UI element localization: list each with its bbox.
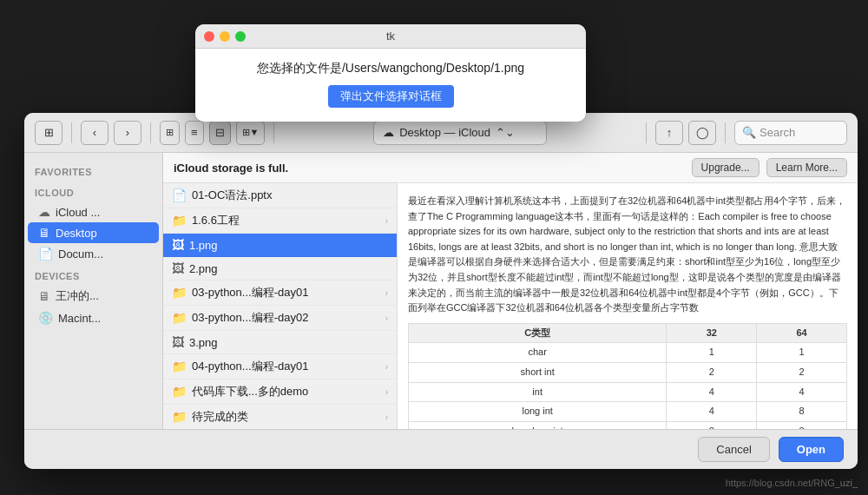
toolbar-separator-5: [725, 122, 726, 143]
file-item[interactable]: 🖼2.png: [163, 257, 397, 280]
table-cell: 1: [757, 343, 847, 363]
file-name: 1.6.6工程: [192, 213, 375, 228]
table-cell: 4: [757, 382, 847, 402]
tk-window-title: tk: [386, 30, 395, 43]
sidebar-section-devices: Devices: [24, 264, 162, 285]
table-cell: 4: [667, 402, 757, 422]
table-header-32: 32: [667, 323, 757, 343]
sidebar-item-desktop[interactable]: 🖥 Desktop: [28, 222, 159, 243]
desktop-icon: 🖥: [38, 226, 50, 240]
file-item[interactable]: 📄01-OC语法.pptx: [163, 183, 397, 208]
file-icon: 📁: [172, 214, 187, 228]
share-button[interactable]: ↑: [655, 121, 683, 145]
sidebar-toggle-button[interactable]: ⊞: [35, 121, 62, 145]
file-list: 📄01-OC语法.pptx📁1.6.6工程›🖼1.png🖼2.png📁03-py…: [163, 183, 858, 429]
upgrade-button[interactable]: Upgrade...: [692, 158, 760, 177]
file-arrow-icon: ›: [385, 216, 388, 226]
file-name: 1.png: [189, 239, 383, 252]
toolbar-separator-4: [646, 122, 647, 143]
location-box[interactable]: ☁ Desktop — iCloud ⌃⌄: [373, 121, 547, 145]
minimize-button[interactable]: [220, 31, 230, 42]
sidebar-item-label: Docum...: [58, 248, 103, 261]
file-arrow-icon: ›: [385, 387, 388, 397]
file-item[interactable]: 📁03-python...编程-day02›: [163, 306, 397, 331]
toolbar-location-area: ☁ Desktop — iCloud ⌃⌄: [283, 121, 637, 145]
sidebar-item-icloud[interactable]: ☁ iCloud ...: [28, 201, 159, 222]
learn-more-button[interactable]: Learn More...: [766, 158, 847, 177]
icloud-banner-text: iCloud storage is full.: [174, 162, 288, 175]
table-cell: 2: [757, 362, 847, 382]
file-name: 2.png: [189, 262, 383, 275]
file-icon: 📁: [172, 360, 187, 373]
table-cell: int: [409, 382, 667, 402]
file-item[interactable]: 🖼3.png: [163, 331, 397, 354]
file-name: 3.png: [189, 336, 383, 349]
table-cell: 8: [757, 402, 847, 422]
table-header-64: 64: [757, 323, 847, 343]
open-button[interactable]: Open: [779, 437, 844, 462]
sidebar-item-label: 王冲的...: [56, 288, 99, 304]
preview-text: 最近在看深入理解计算机系统这本书，上面提到了在32位机器和64机器中int类型都…: [408, 195, 845, 313]
file-item[interactable]: 📁待完成的类›: [163, 405, 397, 429]
file-item[interactable]: 📁04-python...编程-day01›: [163, 354, 397, 380]
sidebar-section-icloud: iCloud: [24, 181, 162, 201]
file-arrow-icon: ›: [385, 362, 388, 372]
search-icon: 🔍: [742, 126, 756, 139]
sidebar: Favorites iCloud ☁ iCloud ... 🖥 Desktop …: [24, 153, 163, 429]
tk-popup-window: tk 您选择的文件是/Users/wangchong/Desktop/1.png…: [195, 24, 586, 122]
file-path-label: 您选择的文件是/Users/wangchong/Desktop/1.png: [213, 61, 569, 76]
table-cell: short int: [409, 362, 667, 382]
file-icon: 📁: [172, 286, 187, 300]
back-button[interactable]: ‹: [81, 121, 108, 145]
tk-titlebar: tk: [195, 24, 586, 49]
sidebar-item-label: Desktop: [56, 227, 97, 240]
file-name: 01-OC语法.pptx: [192, 188, 383, 203]
close-button[interactable]: [204, 31, 214, 42]
watermark-text: https://blog.csdn.net/RNG_uzi_: [726, 478, 858, 488]
sidebar-item-documents[interactable]: 📄 Docum...: [28, 243, 159, 264]
view-list-button[interactable]: ≡: [185, 121, 204, 145]
sidebar-item-mac2[interactable]: 💿 Macint...: [28, 307, 159, 328]
table-cell: 8: [757, 421, 847, 429]
watermark: https://blog.csdn.net/RNG_uzi_: [726, 478, 858, 488]
forward-button[interactable]: ›: [114, 121, 141, 145]
cancel-button[interactable]: Cancel: [698, 437, 769, 462]
view-icons-button[interactable]: ⊞: [160, 121, 180, 145]
dialog-footer: Cancel Open: [24, 429, 858, 469]
cloud-icon: ☁: [38, 205, 50, 219]
table-cell: long long int: [409, 421, 667, 429]
file-icon: 🖼: [172, 335, 184, 349]
file-item[interactable]: 📁03-python...编程-day01›: [163, 280, 397, 306]
file-item[interactable]: 📁代码库下载...多的demo›: [163, 380, 397, 405]
file-icon: 📁: [172, 311, 187, 325]
table-header-type: C类型: [409, 323, 667, 343]
file-name: 待完成的类: [192, 409, 375, 425]
sidebar-item-label: iCloud ...: [56, 206, 100, 219]
tk-body: 您选择的文件是/Users/wangchong/Desktop/1.png 弹出…: [195, 49, 586, 122]
table-cell: 1: [667, 343, 757, 363]
file-arrow-icon: ›: [385, 288, 388, 298]
toolbar-separator-2: [150, 122, 151, 143]
file-dialog: ⊞ ‹ › ⊞ ≡ ⊟ ⊞▼ ☁ Desktop — iCloud ⌃⌄ ↑ ◯…: [24, 113, 858, 469]
table-cell: long int: [409, 402, 667, 422]
icloud-banner: iCloud storage is full. Upgrade... Learn…: [163, 153, 858, 183]
file-column: 📄01-OC语法.pptx📁1.6.6工程›🖼1.png🖼2.png📁03-py…: [163, 183, 398, 429]
maximize-button[interactable]: [235, 31, 246, 42]
file-item[interactable]: 🖼1.png: [163, 234, 397, 257]
sidebar-section-favorites: Favorites: [24, 160, 162, 181]
computer-icon: 🖥: [38, 289, 50, 303]
view-columns-button[interactable]: ⊟: [209, 121, 231, 145]
file-list-area: iCloud storage is full. Upgrade... Learn…: [163, 153, 858, 429]
tag-button[interactable]: ◯: [688, 121, 716, 145]
file-item[interactable]: 📁1.6.6工程›: [163, 208, 397, 234]
table-cell: char: [409, 343, 667, 363]
documents-icon: 📄: [38, 247, 53, 261]
table-cell: 8: [667, 421, 757, 429]
table-cell: 4: [667, 382, 757, 402]
file-icon: 📁: [172, 385, 187, 399]
file-icon: 📄: [172, 188, 187, 202]
search-box[interactable]: 🔍 Search: [734, 121, 847, 145]
sidebar-item-mac1[interactable]: 🖥 王冲的...: [28, 285, 159, 307]
table-cell: 2: [667, 362, 757, 382]
view-cover-button[interactable]: ⊞▼: [236, 121, 266, 145]
